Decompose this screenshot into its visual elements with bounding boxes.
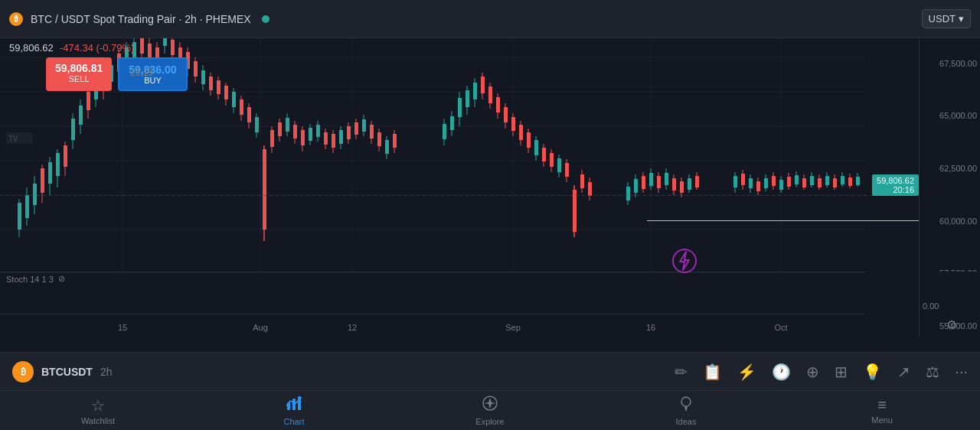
svg-rect-90 — [309, 128, 312, 141]
time-label-aug: Aug — [253, 323, 268, 332]
svg-rect-30 — [79, 106, 83, 125]
svg-rect-46 — [140, 38, 144, 54]
bottom-toolbar: ₿ BTCUSDT 2h ✏ 📋 ⚡ 🕐 ⊕ ⊞ 💡 ↗ ⚖ ··· — [0, 352, 980, 390]
currency-selector[interactable]: USDT ▾ — [922, 9, 971, 28]
watchlist-icon: ☆ — [91, 396, 105, 415]
svg-rect-172 — [695, 176, 699, 187]
svg-rect-18 — [33, 184, 37, 205]
svg-rect-198 — [825, 176, 829, 185]
price-level-4: 62,500.00 — [923, 164, 977, 173]
svg-rect-134 — [519, 125, 523, 140]
sell-label: SELL — [55, 74, 103, 83]
time-label-12: 12 — [348, 323, 357, 332]
chart-title: BTC / USDT Spot Trading Pair · 2h · PHEM… — [31, 13, 251, 25]
svg-rect-128 — [496, 97, 500, 112]
svg-rect-120 — [466, 90, 469, 107]
svg-rect-124 — [481, 77, 485, 93]
svg-rect-140 — [542, 148, 546, 161]
nav-ideas[interactable]: Ideas — [655, 395, 717, 426]
eye-icon[interactable]: ⊘ — [58, 274, 65, 284]
svg-rect-194 — [810, 176, 814, 185]
scale-settings-icon[interactable]: ⚙ — [946, 318, 957, 332]
svg-rect-110 — [385, 140, 389, 154]
time-label-sep: Sep — [505, 323, 521, 332]
explore-icon — [482, 395, 498, 415]
svg-rect-70 — [232, 92, 236, 107]
svg-rect-156 — [634, 179, 638, 193]
svg-rect-28 — [71, 119, 75, 140]
svg-rect-20 — [41, 168, 44, 193]
toolbar-icons: ✏ 📋 ⚡ 🕐 ⊕ ⊞ 💡 ↗ ⚖ ··· — [675, 363, 968, 381]
svg-rect-54 — [171, 40, 175, 55]
draw-icon[interactable]: ✏ — [675, 363, 688, 381]
svg-rect-60 — [194, 61, 198, 77]
svg-rect-122 — [473, 83, 477, 99]
svg-rect-166 — [672, 178, 676, 191]
ticker-info: ₿ BTCUSDT 2h — [12, 361, 112, 383]
svg-rect-62 — [201, 70, 205, 84]
svg-rect-108 — [377, 132, 381, 146]
svg-rect-162 — [657, 176, 661, 188]
svg-rect-204 — [848, 178, 852, 186]
watchlist-label: Watchlist — [81, 416, 115, 425]
nav-menu[interactable]: ≡ Menu — [851, 396, 913, 425]
current-price-time: 20:16 — [877, 185, 914, 194]
menu-icon: ≡ — [877, 396, 887, 414]
bottom-nav: ☆ Watchlist Chart Explore — [0, 390, 980, 430]
time-axis: 15 Aug 12 Sep 16 Oct — [0, 314, 865, 340]
svg-rect-130 — [504, 107, 508, 122]
svg-rect-176 — [741, 174, 745, 185]
layout-icon[interactable]: ⊞ — [835, 363, 848, 381]
svg-rect-188 — [787, 177, 791, 187]
sell-button[interactable]: 59,806.81 SELL — [46, 57, 112, 91]
time-label-15: 15 — [118, 323, 127, 332]
svg-rect-146 — [565, 163, 569, 177]
sell-price: 59,806.81 — [55, 62, 103, 74]
stoch-zero: 0.00 — [923, 301, 939, 311]
svg-rect-184 — [772, 176, 776, 186]
nav-chart[interactable]: Chart — [263, 395, 325, 426]
svg-point-216 — [681, 397, 691, 406]
svg-rect-102 — [354, 122, 358, 135]
ticker-name: BTCUSDT — [41, 366, 93, 378]
svg-rect-164 — [665, 173, 668, 185]
adjust-icon[interactable]: ⚖ — [926, 363, 939, 381]
nav-explore[interactable]: Explore — [459, 395, 521, 426]
svg-rect-158 — [642, 176, 645, 189]
svg-rect-186 — [779, 180, 783, 190]
indicators-icon[interactable]: ⚡ — [737, 363, 756, 381]
ideas-label: Ideas — [676, 417, 697, 426]
main-price: 59,806.62 — [9, 42, 54, 54]
alerts-icon[interactable]: 🕐 — [772, 363, 791, 381]
share-icon[interactable]: ↗ — [897, 363, 910, 381]
chart-label: Chart — [284, 417, 305, 426]
svg-rect-200 — [833, 178, 837, 187]
tradingview-logo: TV — [6, 129, 33, 151]
svg-rect-118 — [458, 98, 462, 117]
trade-buttons: 59,806.81 SELL 59,836.00 BUY — [46, 57, 188, 91]
chart-icon — [286, 395, 302, 415]
ideas-icon[interactable]: 💡 — [863, 363, 882, 381]
price-level-6: 67,500.00 — [923, 59, 977, 68]
explore-label: Explore — [475, 417, 504, 426]
svg-rect-174 — [733, 176, 737, 187]
svg-rect-92 — [316, 125, 320, 137]
compare-icon[interactable]: ⊕ — [806, 363, 819, 381]
svg-rect-132 — [511, 117, 515, 131]
svg-rect-98 — [339, 130, 343, 144]
svg-rect-170 — [688, 178, 691, 190]
stoch-label: Stoch 14 1 3 ⊘ — [6, 274, 65, 284]
svg-rect-106 — [370, 125, 374, 138]
header-bar: ₿ BTC / USDT Spot Trading Pair · 2h · PH… — [0, 0, 980, 38]
nav-watchlist[interactable]: ☆ Watchlist — [67, 396, 129, 425]
notes-icon[interactable]: 📋 — [703, 363, 722, 381]
svg-rect-80 — [270, 130, 274, 147]
stoch-indicator-area — [0, 272, 865, 314]
time-label-16: 16 — [646, 323, 655, 332]
menu-label: Menu — [871, 415, 893, 425]
more-icon[interactable]: ··· — [955, 363, 968, 380]
svg-rect-82 — [278, 122, 282, 136]
btc-icon: ₿ — [9, 12, 23, 26]
svg-rect-74 — [247, 107, 251, 122]
svg-rect-86 — [293, 125, 297, 138]
